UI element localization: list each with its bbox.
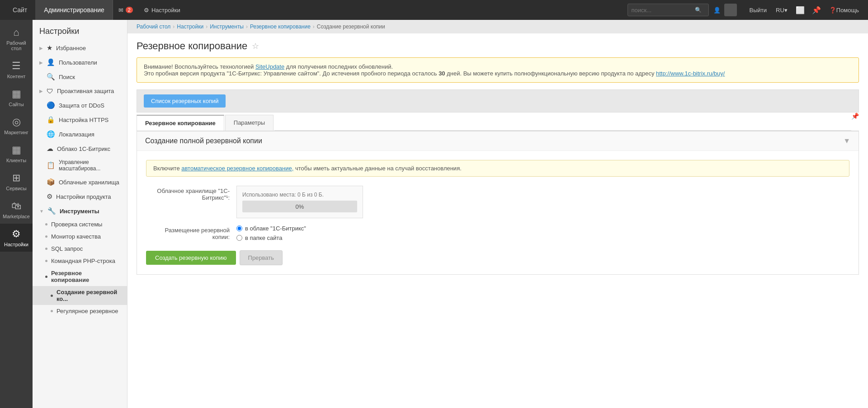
tabs: Резервное копирование Параметры 📌 bbox=[137, 113, 859, 131]
menu-item-favorites[interactable]: ▶ ★ Избранное bbox=[33, 41, 127, 55]
breadcrumb-item-desktop[interactable]: Рабочий стол bbox=[137, 23, 170, 30]
chevron-right-icon: ▶ bbox=[39, 103, 43, 108]
language-button[interactable]: RU ▾ bbox=[771, 0, 792, 20]
nav-messages-button[interactable]: ✉ 2 bbox=[113, 0, 138, 20]
menu-item-product[interactable]: ▶ ⚙ Настройки продукта bbox=[33, 189, 127, 204]
alert-box: Внимание! Воспользуйтесь технологией Sit… bbox=[137, 57, 859, 83]
chevron-right-icon: ▶ bbox=[39, 163, 43, 168]
radio-folder-label[interactable]: в папке сайта bbox=[236, 234, 849, 241]
sidebar-item-marketplace[interactable]: 🛍 Marketplace bbox=[0, 196, 33, 224]
menu-item-ddos[interactable]: ▶ 🔵 Защита от DDoS bbox=[33, 98, 127, 113]
tab-params[interactable]: Параметры bbox=[225, 115, 274, 131]
sidebar-item-content[interactable]: ☰ Контент bbox=[0, 56, 33, 84]
buy-link[interactable]: http://www.1c-bitrix.ru/buy/ bbox=[656, 70, 725, 77]
action-buttons: Создать резервную копию Прервать bbox=[146, 250, 849, 265]
tabs-wrapper: Резервное копирование Параметры 📌 bbox=[137, 113, 859, 131]
cloud-icon: ☁ bbox=[47, 145, 53, 153]
window-icon-button[interactable]: ⬜ bbox=[792, 0, 808, 20]
message-icon: ✉ bbox=[118, 7, 123, 14]
dot-icon bbox=[45, 235, 47, 238]
sidebar-item-clients[interactable]: ▦ Клиенты bbox=[0, 140, 33, 168]
tab-backup[interactable]: Резервное копирование bbox=[137, 115, 224, 131]
services-icon: ⊞ bbox=[12, 172, 20, 184]
nav-admin-button[interactable]: Администрирование bbox=[36, 0, 113, 20]
sidebar-item-desktop[interactable]: ⌂ Рабочий стол bbox=[0, 22, 33, 56]
sites-icon: ▦ bbox=[12, 88, 21, 100]
section-header[interactable]: Создание полной резервной копии ▼ bbox=[137, 131, 859, 151]
sidebar-item-sites[interactable]: ▦ Сайты bbox=[0, 84, 33, 112]
radio-folder[interactable] bbox=[236, 235, 242, 241]
clients-icon: ▦ bbox=[12, 144, 21, 156]
breadcrumb-separator: › bbox=[246, 23, 248, 30]
create-backup-button[interactable]: Создать резервную копию bbox=[146, 251, 236, 265]
menu-item-proactive[interactable]: ▶ 🛡 Проактивная защита bbox=[33, 84, 127, 98]
chevron-right-icon: ▶ bbox=[39, 132, 43, 137]
menu-item-label: Проактивная защита bbox=[57, 88, 114, 94]
breadcrumb-separator: › bbox=[206, 23, 208, 30]
icon-sidebar: ⌂ Рабочий стол ☰ Контент ▦ Сайты ◎ Марке… bbox=[0, 20, 33, 408]
logout-button[interactable]: Выйти bbox=[745, 0, 772, 20]
sidebar-item-services[interactable]: ⊞ Сервисы bbox=[0, 168, 33, 196]
sub-menu-item-quality[interactable]: Монитор качества bbox=[33, 230, 127, 243]
favorite-star-icon[interactable]: ☆ bbox=[252, 41, 259, 51]
radio-folder-text: в папке сайта bbox=[245, 234, 283, 241]
storage-widget-inner: Использовано места: 0 Б из 0 Б. 0% bbox=[236, 186, 363, 218]
sub-menu-item-label: Монитор качества bbox=[51, 233, 101, 240]
favorites-icon: ★ bbox=[47, 44, 52, 52]
pin-button[interactable]: 📌 bbox=[808, 0, 825, 20]
sidebar-item-label: Рабочий стол bbox=[2, 40, 30, 51]
search-box: 🔍 bbox=[627, 4, 709, 16]
section-title: Создание полной резервной копии bbox=[145, 137, 262, 145]
page-title: Резервное копирование bbox=[137, 40, 247, 52]
user-area: 👤 bbox=[709, 4, 745, 16]
sub-menu-item-backup[interactable]: Резервное копирование bbox=[33, 267, 127, 286]
breadcrumb-separator: › bbox=[173, 23, 175, 30]
menu-item-label: Локализация bbox=[59, 131, 94, 138]
sub-menu-item-sql[interactable]: SQL запрос bbox=[33, 243, 127, 255]
nav-settings-button[interactable]: ⚙ Настройки bbox=[138, 0, 186, 20]
siteupdate-link[interactable]: SiteUpdate bbox=[255, 63, 284, 70]
storage-widget: Использовано места: 0 Б из 0 Б. 0% bbox=[236, 186, 849, 218]
breadcrumb-item-settings[interactable]: Настройки bbox=[177, 23, 203, 30]
menu-item-search[interactable]: ▶ 🔍 Поиск bbox=[33, 70, 127, 84]
menu-item-locale[interactable]: ▶ 🌐 Локализация bbox=[33, 127, 127, 141]
sub-menu-item-syscheck[interactable]: Проверка системы bbox=[33, 218, 127, 230]
settings-icon: ⚙ bbox=[12, 228, 21, 240]
dot-icon bbox=[45, 248, 47, 250]
nav-site-button[interactable]: Сайт bbox=[5, 0, 36, 20]
sub-menu-item-backup-regular[interactable]: Регулярное резервное bbox=[33, 305, 127, 317]
menu-item-cloudstorage[interactable]: ▶ 📦 Облачные хранилища bbox=[33, 175, 127, 189]
radio-cloud-text: в облаке "1С-Битрикс" bbox=[245, 225, 306, 232]
list-backups-button[interactable]: Список резервных копий bbox=[144, 94, 226, 108]
settings-gear-icon: ⚙ bbox=[144, 7, 149, 14]
chevron-right-icon: ▶ bbox=[39, 75, 43, 80]
help-button[interactable]: ❓ Помощь bbox=[825, 0, 863, 20]
menu-item-tools[interactable]: ▼ 🔧 Инструменты bbox=[33, 204, 127, 218]
menu-item-cloud-bitrix[interactable]: ▶ ☁ Облако 1С-Битрикс bbox=[33, 141, 127, 156]
radio-cloud-label[interactable]: в облаке "1С-Битрикс" bbox=[236, 225, 849, 232]
radio-cloud[interactable] bbox=[236, 225, 242, 231]
search-menu-icon: 🔍 bbox=[47, 73, 55, 81]
breadcrumb-item-tools[interactable]: Инструменты bbox=[210, 23, 244, 30]
dot-icon bbox=[45, 223, 47, 225]
menu-item-label: Защита от DDoS bbox=[59, 102, 104, 109]
sidebar-item-marketing[interactable]: ◎ Маркетинг bbox=[0, 112, 33, 140]
menu-item-scale[interactable]: ▶ 📋 Управление масштабирова... bbox=[33, 156, 127, 175]
section-body: Включите автоматическое резервное копиро… bbox=[137, 151, 859, 274]
menu-item-https[interactable]: ▶ 🔒 Настройка HTTPS bbox=[33, 113, 127, 127]
help-icon: ❓ bbox=[829, 7, 836, 14]
menu-item-users[interactable]: ▶ 👤 Пользователи bbox=[33, 55, 127, 70]
breadcrumb-separator: › bbox=[313, 23, 315, 30]
menu-sidebar: Настройки ▶ ★ Избранное ▶ 👤 Пользователи… bbox=[33, 20, 127, 408]
progress-bar: 0% bbox=[242, 201, 357, 212]
cancel-button[interactable]: Прервать bbox=[240, 250, 283, 265]
chevron-right-icon: ▶ bbox=[39, 194, 43, 199]
sub-menu-item-cmdphp[interactable]: Командная PHP-строка bbox=[33, 255, 127, 267]
scale-icon: 📋 bbox=[47, 161, 55, 169]
menu-title: Настройки bbox=[33, 20, 127, 41]
auto-backup-link[interactable]: автоматическое резервное копирование, bbox=[181, 165, 293, 172]
sidebar-item-settings[interactable]: ⚙ Настройки bbox=[0, 224, 33, 252]
breadcrumb-item-backup[interactable]: Резервное копирование bbox=[250, 23, 311, 30]
search-input[interactable] bbox=[632, 7, 695, 14]
sub-menu-item-backup-create[interactable]: Создание резервной ко... bbox=[33, 286, 127, 305]
